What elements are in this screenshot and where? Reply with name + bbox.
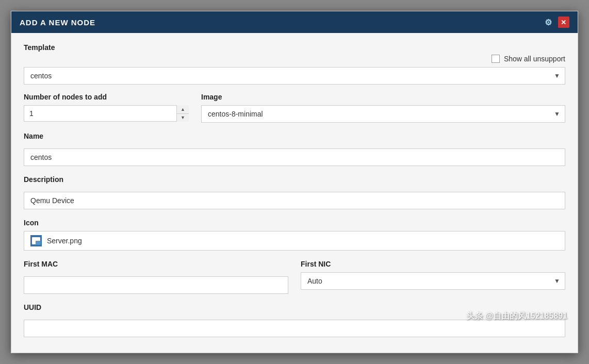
name-label: Name: [24, 132, 565, 140]
close-icon: ✕: [561, 19, 567, 26]
mac-nic-row: First MAC First NIC Auto e1000 virtio ▼: [24, 260, 565, 294]
dialog-body: Template Show all unsupport centos ubunt…: [11, 33, 578, 353]
mac-col: First MAC: [24, 260, 288, 294]
settings-icon: ⚙: [545, 18, 552, 27]
name-input[interactable]: [24, 148, 565, 166]
icon-label: Icon: [24, 219, 565, 227]
header-controls: ⚙ ✕: [543, 16, 569, 28]
template-label: Template: [24, 43, 55, 52]
show-unsupport-label: Show all unsupport: [504, 55, 565, 63]
dialog-title: ADD A NEW NODE: [20, 18, 95, 27]
image-select[interactable]: centos-8-minimal centos-7-minimal ubuntu…: [201, 105, 565, 123]
first-mac-input[interactable]: [24, 276, 288, 294]
close-button[interactable]: ✕: [558, 16, 569, 28]
nic-col: First NIC Auto e1000 virtio ▼: [301, 260, 565, 294]
image-label: Image: [201, 93, 565, 101]
description-input[interactable]: [24, 192, 565, 209]
settings-button[interactable]: ⚙: [543, 16, 554, 28]
first-mac-label: First MAC: [24, 260, 288, 268]
nodes-label: Number of nodes to add: [24, 93, 189, 101]
nodes-input[interactable]: [24, 105, 189, 122]
nodes-decrement[interactable]: ▼: [177, 114, 189, 122]
template-select[interactable]: centos ubuntu debian: [24, 67, 565, 85]
show-unsupport-checkbox[interactable]: [492, 55, 500, 63]
image-col: Image centos-8-minimal centos-7-minimal …: [201, 93, 565, 123]
template-section: Template Show all unsupport centos ubunt…: [24, 43, 565, 85]
uuid-label: UUID: [24, 303, 565, 311]
dialog-header: ADD A NEW NODE ⚙ ✕: [11, 11, 578, 33]
uuid-group: UUID: [24, 303, 565, 337]
icon-field[interactable]: Server.png: [24, 231, 565, 251]
first-nic-select[interactable]: Auto e1000 virtio: [301, 272, 565, 290]
server-icon: [30, 235, 42, 246]
nodes-increment[interactable]: ▲: [177, 105, 189, 114]
nodes-image-row: Number of nodes to add ▲ ▼ Image centos-…: [24, 93, 565, 123]
add-new-node-dialog: ADD A NEW NODE ⚙ ✕ Template Show all uns…: [11, 11, 578, 353]
name-group: Name: [24, 132, 565, 166]
nodes-spinner: ▲ ▼: [176, 105, 189, 122]
template-select-wrapper: centos ubuntu debian ▼: [24, 67, 565, 85]
icon-filename: Server.png: [47, 237, 82, 245]
icon-group: Icon Server.png: [24, 219, 565, 251]
nodes-col: Number of nodes to add ▲ ▼: [24, 93, 189, 123]
first-nic-label: First NIC: [301, 260, 565, 268]
description-group: Description: [24, 175, 565, 209]
description-label: Description: [24, 175, 565, 184]
uuid-input[interactable]: [24, 320, 565, 337]
show-unsupport-row: Show all unsupport: [24, 55, 565, 63]
